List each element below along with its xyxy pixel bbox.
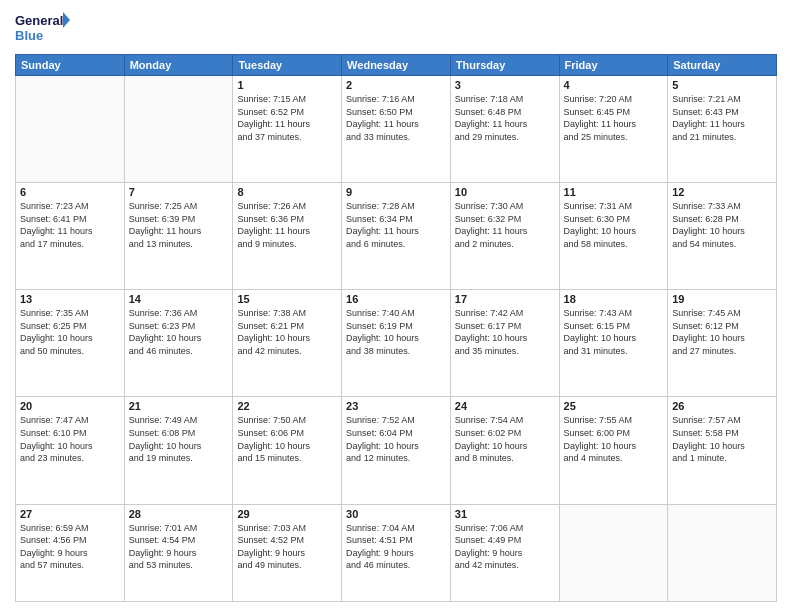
- svg-marker-2: [63, 12, 70, 28]
- day-info: Sunrise: 7:04 AM Sunset: 4:51 PM Dayligh…: [346, 522, 446, 572]
- day-info: Sunrise: 7:28 AM Sunset: 6:34 PM Dayligh…: [346, 200, 446, 250]
- calendar-table: SundayMondayTuesdayWednesdayThursdayFrid…: [15, 54, 777, 602]
- day-info: Sunrise: 7:52 AM Sunset: 6:04 PM Dayligh…: [346, 414, 446, 464]
- day-number: 7: [129, 186, 229, 198]
- calendar-cell: 10Sunrise: 7:30 AM Sunset: 6:32 PM Dayli…: [450, 183, 559, 290]
- day-info: Sunrise: 7:18 AM Sunset: 6:48 PM Dayligh…: [455, 93, 555, 143]
- day-info: Sunrise: 7:40 AM Sunset: 6:19 PM Dayligh…: [346, 307, 446, 357]
- calendar-cell: 13Sunrise: 7:35 AM Sunset: 6:25 PM Dayli…: [16, 290, 125, 397]
- day-number: 11: [564, 186, 664, 198]
- day-number: 15: [237, 293, 337, 305]
- day-number: 20: [20, 400, 120, 412]
- day-number: 21: [129, 400, 229, 412]
- day-info: Sunrise: 7:49 AM Sunset: 6:08 PM Dayligh…: [129, 414, 229, 464]
- calendar-cell: 20Sunrise: 7:47 AM Sunset: 6:10 PM Dayli…: [16, 397, 125, 504]
- calendar-cell: 14Sunrise: 7:36 AM Sunset: 6:23 PM Dayli…: [124, 290, 233, 397]
- day-number: 25: [564, 400, 664, 412]
- calendar-cell: 21Sunrise: 7:49 AM Sunset: 6:08 PM Dayli…: [124, 397, 233, 504]
- calendar-cell: 12Sunrise: 7:33 AM Sunset: 6:28 PM Dayli…: [668, 183, 777, 290]
- day-number: 6: [20, 186, 120, 198]
- calendar-cell: 2Sunrise: 7:16 AM Sunset: 6:50 PM Daylig…: [342, 76, 451, 183]
- calendar-cell: 31Sunrise: 7:06 AM Sunset: 4:49 PM Dayli…: [450, 504, 559, 601]
- day-info: Sunrise: 7:57 AM Sunset: 5:58 PM Dayligh…: [672, 414, 772, 464]
- day-info: Sunrise: 7:26 AM Sunset: 6:36 PM Dayligh…: [237, 200, 337, 250]
- calendar-cell: 27Sunrise: 6:59 AM Sunset: 4:56 PM Dayli…: [16, 504, 125, 601]
- svg-text:Blue: Blue: [15, 28, 43, 43]
- calendar-cell: [124, 76, 233, 183]
- day-header-monday: Monday: [124, 55, 233, 76]
- calendar-cell: [668, 504, 777, 601]
- day-info: Sunrise: 7:20 AM Sunset: 6:45 PM Dayligh…: [564, 93, 664, 143]
- calendar-cell: 25Sunrise: 7:55 AM Sunset: 6:00 PM Dayli…: [559, 397, 668, 504]
- day-number: 30: [346, 508, 446, 520]
- day-info: Sunrise: 7:36 AM Sunset: 6:23 PM Dayligh…: [129, 307, 229, 357]
- day-info: Sunrise: 7:45 AM Sunset: 6:12 PM Dayligh…: [672, 307, 772, 357]
- calendar-cell: 9Sunrise: 7:28 AM Sunset: 6:34 PM Daylig…: [342, 183, 451, 290]
- day-number: 23: [346, 400, 446, 412]
- day-header-saturday: Saturday: [668, 55, 777, 76]
- day-number: 29: [237, 508, 337, 520]
- day-info: Sunrise: 7:01 AM Sunset: 4:54 PM Dayligh…: [129, 522, 229, 572]
- day-number: 19: [672, 293, 772, 305]
- day-number: 14: [129, 293, 229, 305]
- day-info: Sunrise: 7:15 AM Sunset: 6:52 PM Dayligh…: [237, 93, 337, 143]
- header: General Blue: [15, 10, 777, 48]
- day-number: 9: [346, 186, 446, 198]
- day-number: 8: [237, 186, 337, 198]
- day-info: Sunrise: 7:42 AM Sunset: 6:17 PM Dayligh…: [455, 307, 555, 357]
- day-number: 26: [672, 400, 772, 412]
- calendar-cell: [559, 504, 668, 601]
- day-info: Sunrise: 7:21 AM Sunset: 6:43 PM Dayligh…: [672, 93, 772, 143]
- calendar-cell: 22Sunrise: 7:50 AM Sunset: 6:06 PM Dayli…: [233, 397, 342, 504]
- day-info: Sunrise: 6:59 AM Sunset: 4:56 PM Dayligh…: [20, 522, 120, 572]
- day-number: 3: [455, 79, 555, 91]
- day-info: Sunrise: 7:47 AM Sunset: 6:10 PM Dayligh…: [20, 414, 120, 464]
- day-header-thursday: Thursday: [450, 55, 559, 76]
- day-header-friday: Friday: [559, 55, 668, 76]
- calendar-cell: 4Sunrise: 7:20 AM Sunset: 6:45 PM Daylig…: [559, 76, 668, 183]
- day-info: Sunrise: 7:43 AM Sunset: 6:15 PM Dayligh…: [564, 307, 664, 357]
- day-info: Sunrise: 7:03 AM Sunset: 4:52 PM Dayligh…: [237, 522, 337, 572]
- day-info: Sunrise: 7:16 AM Sunset: 6:50 PM Dayligh…: [346, 93, 446, 143]
- calendar-cell: 3Sunrise: 7:18 AM Sunset: 6:48 PM Daylig…: [450, 76, 559, 183]
- calendar-cell: 15Sunrise: 7:38 AM Sunset: 6:21 PM Dayli…: [233, 290, 342, 397]
- day-info: Sunrise: 7:23 AM Sunset: 6:41 PM Dayligh…: [20, 200, 120, 250]
- calendar-cell: 30Sunrise: 7:04 AM Sunset: 4:51 PM Dayli…: [342, 504, 451, 601]
- day-info: Sunrise: 7:31 AM Sunset: 6:30 PM Dayligh…: [564, 200, 664, 250]
- day-number: 18: [564, 293, 664, 305]
- calendar-cell: 29Sunrise: 7:03 AM Sunset: 4:52 PM Dayli…: [233, 504, 342, 601]
- calendar-cell: [16, 76, 125, 183]
- calendar-cell: 16Sunrise: 7:40 AM Sunset: 6:19 PM Dayli…: [342, 290, 451, 397]
- calendar-cell: 26Sunrise: 7:57 AM Sunset: 5:58 PM Dayli…: [668, 397, 777, 504]
- day-number: 17: [455, 293, 555, 305]
- day-number: 2: [346, 79, 446, 91]
- calendar-cell: 19Sunrise: 7:45 AM Sunset: 6:12 PM Dayli…: [668, 290, 777, 397]
- day-number: 31: [455, 508, 555, 520]
- day-number: 5: [672, 79, 772, 91]
- day-number: 16: [346, 293, 446, 305]
- day-number: 13: [20, 293, 120, 305]
- day-number: 28: [129, 508, 229, 520]
- day-number: 27: [20, 508, 120, 520]
- calendar-cell: 23Sunrise: 7:52 AM Sunset: 6:04 PM Dayli…: [342, 397, 451, 504]
- day-info: Sunrise: 7:50 AM Sunset: 6:06 PM Dayligh…: [237, 414, 337, 464]
- calendar-cell: 18Sunrise: 7:43 AM Sunset: 6:15 PM Dayli…: [559, 290, 668, 397]
- calendar-cell: 17Sunrise: 7:42 AM Sunset: 6:17 PM Dayli…: [450, 290, 559, 397]
- day-header-wednesday: Wednesday: [342, 55, 451, 76]
- logo-svg: General Blue: [15, 10, 70, 48]
- calendar-cell: 8Sunrise: 7:26 AM Sunset: 6:36 PM Daylig…: [233, 183, 342, 290]
- day-info: Sunrise: 7:38 AM Sunset: 6:21 PM Dayligh…: [237, 307, 337, 357]
- day-info: Sunrise: 7:30 AM Sunset: 6:32 PM Dayligh…: [455, 200, 555, 250]
- day-header-tuesday: Tuesday: [233, 55, 342, 76]
- day-info: Sunrise: 7:25 AM Sunset: 6:39 PM Dayligh…: [129, 200, 229, 250]
- svg-text:General: General: [15, 13, 63, 28]
- calendar-cell: 6Sunrise: 7:23 AM Sunset: 6:41 PM Daylig…: [16, 183, 125, 290]
- day-header-sunday: Sunday: [16, 55, 125, 76]
- calendar-cell: 28Sunrise: 7:01 AM Sunset: 4:54 PM Dayli…: [124, 504, 233, 601]
- calendar-cell: 5Sunrise: 7:21 AM Sunset: 6:43 PM Daylig…: [668, 76, 777, 183]
- day-info: Sunrise: 7:35 AM Sunset: 6:25 PM Dayligh…: [20, 307, 120, 357]
- day-number: 4: [564, 79, 664, 91]
- calendar-cell: 24Sunrise: 7:54 AM Sunset: 6:02 PM Dayli…: [450, 397, 559, 504]
- day-info: Sunrise: 7:06 AM Sunset: 4:49 PM Dayligh…: [455, 522, 555, 572]
- logo: General Blue: [15, 10, 70, 48]
